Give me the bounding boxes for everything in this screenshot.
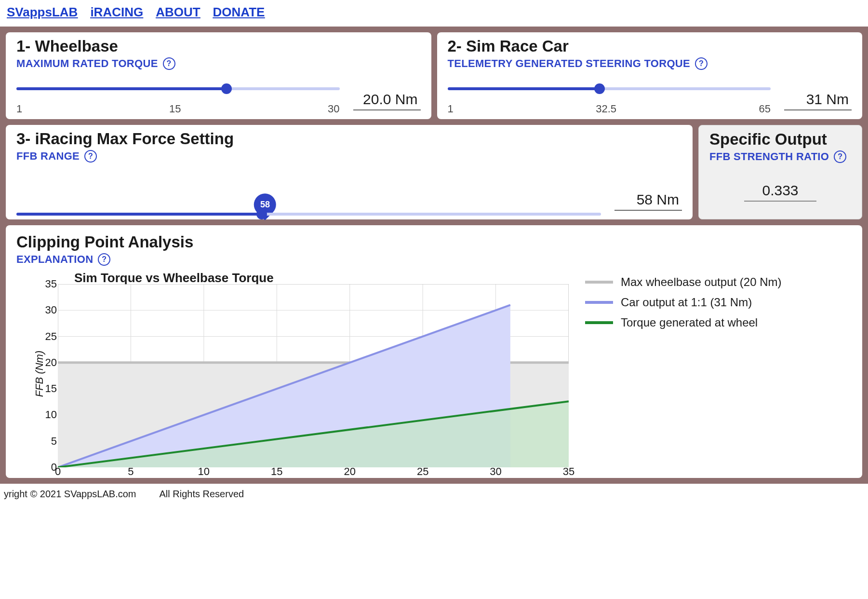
slider-tick-max: 65 xyxy=(759,103,771,115)
card-title: Specific Output xyxy=(709,130,851,149)
slider-thumb[interactable] xyxy=(594,83,605,94)
slider-thumb[interactable] xyxy=(256,209,267,219)
help-icon[interactable]: ? xyxy=(834,150,846,163)
chart-plot: Sim Torque vs Wheelbase Torque FFB (Nm) … xyxy=(16,272,571,475)
legend-swatch xyxy=(585,321,613,324)
legend-label: Car output at 1:1 (31 Nm) xyxy=(621,296,752,309)
help-icon[interactable]: ? xyxy=(163,57,175,70)
card-maxforce: 3- iRacing Max Force Setting FFB RANGE ?… xyxy=(6,125,693,219)
chart-title: Sim Torque vs Wheelbase Torque xyxy=(74,271,274,286)
chart-ytick: 20 xyxy=(45,356,57,369)
slider-tick-max: 30 xyxy=(328,103,339,115)
nav-about[interactable]: ABOUT xyxy=(156,5,200,20)
simcar-slider[interactable]: 1 32.5 65 xyxy=(448,87,771,115)
nav-svappslab[interactable]: SVappsLAB xyxy=(7,5,78,20)
card-specific-output: Specific Output FFB STRENGTH RATIO ? 0.3… xyxy=(698,125,862,219)
chart-xtick: 35 xyxy=(563,465,574,478)
legend-label: Torque generated at wheel xyxy=(621,316,758,329)
card-simcar: 2- Sim Race Car TELEMETRY GENERATED STEE… xyxy=(437,32,863,119)
top-nav: SVappsLAB iRACING ABOUT DONATE xyxy=(0,0,868,27)
chart-ytick: 30 xyxy=(45,304,57,316)
card-subtitle: MAXIMUM RATED TORQUE xyxy=(16,57,158,70)
chart-xtick: 15 xyxy=(271,465,282,478)
legend-item: Torque generated at wheel xyxy=(585,316,782,329)
maxforce-slider[interactable]: 58 xyxy=(16,213,601,216)
chart-ytick: 10 xyxy=(45,408,57,421)
card-subtitle: EXPLANATION xyxy=(16,253,93,266)
card-title: 2- Sim Race Car xyxy=(448,37,852,55)
simcar-value[interactable]: 31 Nm xyxy=(784,91,852,110)
chart-xtick: 25 xyxy=(417,465,428,478)
page-body: 1- Wheelbase MAXIMUM RATED TORQUE ? 1 15… xyxy=(0,27,868,484)
legend-item: Car output at 1:1 (31 Nm) xyxy=(585,296,782,309)
legend-label: Max wheelbase output (20 Nm) xyxy=(621,275,782,289)
chart-ytick: 5 xyxy=(51,435,57,448)
help-icon[interactable]: ? xyxy=(84,150,97,163)
maxforce-value[interactable]: 58 Nm xyxy=(614,191,682,211)
footer: yright © 2021 SVappsLAB.com All Rights R… xyxy=(0,484,868,500)
slider-thumb[interactable] xyxy=(221,83,232,94)
wheelbase-slider[interactable]: 1 15 30 xyxy=(16,87,340,115)
chart-svg xyxy=(58,284,569,467)
slider-tick-min: 1 xyxy=(448,103,454,115)
help-icon[interactable]: ? xyxy=(98,253,110,266)
wheelbase-value[interactable]: 20.0 Nm xyxy=(353,91,421,110)
legend-item: Max wheelbase output (20 Nm) xyxy=(585,275,782,289)
card-subtitle: FFB RANGE xyxy=(16,150,80,163)
legend-swatch xyxy=(585,281,613,284)
chart-xtick: 10 xyxy=(198,465,210,478)
card-subtitle: TELEMETRY GENERATED STEERING TORQUE xyxy=(448,57,691,70)
nav-donate[interactable]: DONATE xyxy=(213,5,265,20)
chart-legend: Max wheelbase output (20 Nm) Car output … xyxy=(585,275,782,336)
chart-xtick: 20 xyxy=(344,465,355,478)
chart-xtick: 30 xyxy=(490,465,501,478)
slider-tick-mid: 15 xyxy=(169,103,181,115)
card-clipping-analysis: Clipping Point Analysis EXPLANATION ? Si… xyxy=(6,225,862,478)
ffb-strength-ratio-value: 0.333 xyxy=(744,182,816,202)
slider-tick-min: 1 xyxy=(16,103,22,115)
chart-ytick: 15 xyxy=(45,382,57,395)
card-subtitle: FFB STRENGTH RATIO xyxy=(709,150,829,163)
card-title: Clipping Point Analysis xyxy=(16,233,852,251)
nav-iracing[interactable]: iRACING xyxy=(90,5,143,20)
legend-swatch xyxy=(585,301,613,304)
slider-tick-mid: 32.5 xyxy=(596,103,616,115)
card-wheelbase: 1- Wheelbase MAXIMUM RATED TORQUE ? 1 15… xyxy=(6,32,431,119)
help-icon[interactable]: ? xyxy=(695,57,708,70)
chart-xtick: 0 xyxy=(55,465,61,478)
card-title: 3- iRacing Max Force Setting xyxy=(16,130,682,148)
footer-copyright: yright © 2021 SVappsLAB.com xyxy=(4,489,136,500)
chart-ytick: 35 xyxy=(45,278,57,290)
footer-rights: All Rights Reserved xyxy=(160,489,244,500)
card-title: 1- Wheelbase xyxy=(16,37,421,55)
chart-xtick: 5 xyxy=(128,465,134,478)
chart-ytick: 25 xyxy=(45,330,57,343)
